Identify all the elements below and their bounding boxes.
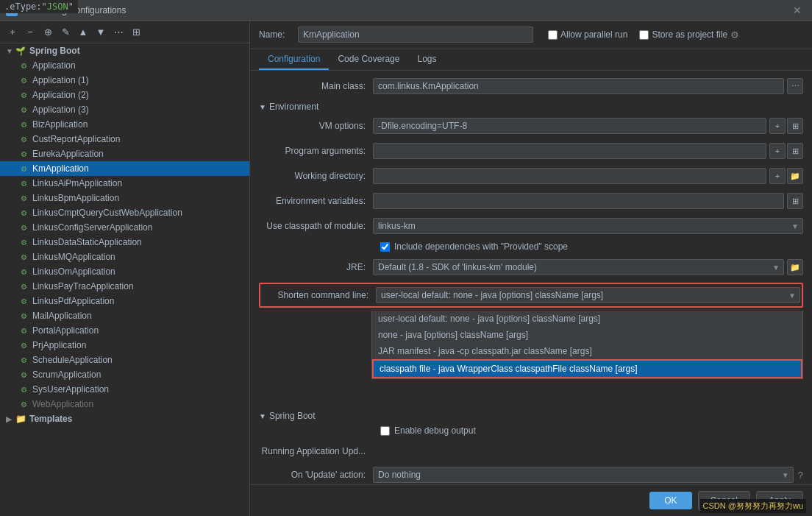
run-config-icon: ⚙ xyxy=(18,325,29,336)
env-variables-browse-button[interactable]: ⊞ xyxy=(787,193,803,209)
shorten-cmd-select[interactable]: user-local default: none - java [options… xyxy=(376,287,800,303)
move-up-button[interactable]: ▲ xyxy=(75,24,91,40)
sidebar-item-bizapplication[interactable]: ⚙ BizApplication xyxy=(0,117,249,132)
on-update-select[interactable]: Do nothing xyxy=(373,467,794,483)
run-config-icon: ⚙ xyxy=(18,236,29,248)
shorten-cmd-dropdown[interactable]: user-local default: none - java [options… xyxy=(371,311,803,379)
tab-code-coverage[interactable]: Code Coverage xyxy=(329,49,408,70)
sidebar-item-linkuspdf[interactable]: ⚙ LinkusPdfApplication xyxy=(0,294,249,308)
on-update-row: On 'Update' action: Do nothing ▼ ? xyxy=(259,467,803,483)
jre-actions: 📁 xyxy=(787,259,803,275)
vm-options-expand-button[interactable]: + xyxy=(769,118,786,134)
run-config-icon: ⚙ xyxy=(18,133,29,145)
dropdown-option-2[interactable]: none - java [options] className [args] xyxy=(372,327,802,343)
sidebar-item-scheduleapplication[interactable]: ⚙ ScheduleApplication xyxy=(0,353,249,367)
sidebar-item-linkusmq[interactable]: ⚙ LinkusMQApplication xyxy=(0,250,249,264)
name-input[interactable] xyxy=(298,26,533,43)
more-options-button[interactable]: ⋯ xyxy=(110,24,127,40)
item-label: SysUserApplication xyxy=(32,384,109,395)
sidebar-item-linkusdatastatic[interactable]: ⚙ LinkusDataStaticApplication xyxy=(0,235,249,250)
store-project-checkbox[interactable] xyxy=(639,30,649,40)
tree-arrow-templates: ▶ xyxy=(6,415,15,423)
add-config-button[interactable]: + xyxy=(4,24,21,40)
include-deps-checkbox[interactable] xyxy=(380,242,390,252)
remove-config-button[interactable]: − xyxy=(22,24,38,40)
tab-configuration[interactable]: Configuration xyxy=(259,49,329,70)
sidebar-item-linkuscmptquery[interactable]: ⚙ LinkusCmptQueryCustWebApplication xyxy=(0,205,249,220)
vm-options-actions: + ⊞ xyxy=(769,118,803,134)
run-config-icon: ⚙ xyxy=(18,354,29,366)
spring-boot-section-header[interactable]: ▼ Spring Boot xyxy=(259,411,803,421)
env-variables-input[interactable] xyxy=(373,193,784,209)
environment-section-header[interactable]: ▼ Environment xyxy=(259,102,803,112)
dropdown-option-4[interactable]: classpath file - java WrapperClass class… xyxy=(372,359,802,378)
main-class-browse-button[interactable]: ⋯ xyxy=(787,78,803,94)
sidebar-group-spring-boot[interactable]: ▼ 🌱 Spring Boot xyxy=(0,43,249,58)
sidebar-item-linkusaipmapplication[interactable]: ⚙ LinkusAiPmApplication xyxy=(0,176,249,191)
sidebar-item-application-1[interactable]: ⚙ Application (1) xyxy=(0,73,249,88)
sidebar-item-linkusbpmapplication[interactable]: ⚙ LinkusBpmApplication xyxy=(0,191,249,205)
include-deps-row: Include dependencies with "Provided" sco… xyxy=(380,241,803,252)
sidebar-tree[interactable]: ▼ 🌱 Spring Boot ⚙ Application ⚙ Applicat… xyxy=(0,43,249,516)
run-config-icon: ⚙ xyxy=(18,148,29,160)
sidebar-group-templates[interactable]: ▶ 📁 Templates xyxy=(0,411,249,426)
run-config-icon: ⚙ xyxy=(18,177,29,189)
sidebar-item-scrumapplication[interactable]: ⚙ ScrumApplication xyxy=(0,367,249,382)
sidebar-item-application-2[interactable]: ⚙ Application (2) xyxy=(0,88,249,102)
working-dir-expand-button[interactable]: + xyxy=(769,168,786,184)
sidebar-item-application[interactable]: ⚙ Application xyxy=(0,58,249,73)
program-args-actions: + ⊞ xyxy=(769,143,803,159)
vm-options-browse-button[interactable]: ⊞ xyxy=(787,118,803,134)
sidebar-item-kmapplication[interactable]: ⚙ KmApplication xyxy=(0,161,249,176)
ok-button[interactable]: OK xyxy=(649,492,691,509)
env-variables-label: Environment variables: xyxy=(259,196,373,206)
run-config-icon: ⚙ xyxy=(18,119,29,130)
jre-row: JRE: Default (1.8 - SDK of 'linkus-km' m… xyxy=(259,258,803,277)
include-deps-label: Include dependencies with "Provided" sco… xyxy=(394,241,568,252)
on-update-help-icon[interactable]: ? xyxy=(798,470,803,481)
program-args-input[interactable] xyxy=(373,143,766,159)
program-args-expand-button[interactable]: + xyxy=(769,143,786,159)
sidebar-item-linkusconfigserver[interactable]: ⚙ LinkusConfigServerApplication xyxy=(0,220,249,235)
working-dir-input[interactable] xyxy=(373,168,766,184)
parallel-run-row: Allow parallel run xyxy=(548,29,627,40)
sidebar-item-portalapplication[interactable]: ⚙ PortalApplication xyxy=(0,323,249,338)
run-config-icon: ⚙ xyxy=(18,398,29,410)
main-class-input[interactable] xyxy=(373,78,784,94)
jre-select[interactable]: Default (1.8 - SDK of 'linkus-km' module… xyxy=(373,259,784,275)
working-dir-browse-button[interactable]: 📁 xyxy=(787,168,803,184)
vm-options-input[interactable] xyxy=(373,118,766,134)
share-button[interactable]: ⊞ xyxy=(128,24,144,40)
sidebar-item-linkuspaytrac[interactable]: ⚙ LinkusPayTracApplication xyxy=(0,279,249,294)
move-down-button[interactable]: ▼ xyxy=(93,24,109,40)
main-class-actions: ⋯ xyxy=(787,78,803,94)
sidebar-item-eurekaapplication[interactable]: ⚙ EurekaApplication xyxy=(0,146,249,161)
sidebar-item-webapplication[interactable]: ⚙ WebApplication xyxy=(0,397,249,411)
dropdown-option-3[interactable]: JAR manifest - java -cp classpath.jar cl… xyxy=(372,343,802,359)
item-label: CustReportApplication xyxy=(32,134,120,144)
store-settings-icon[interactable]: ⚙ xyxy=(730,29,739,40)
sidebar-item-application-3[interactable]: ⚙ Application (3) xyxy=(0,102,249,117)
close-button[interactable]: ✕ xyxy=(788,3,806,18)
sidebar-item-custreportapplication[interactable]: ⚙ CustReportApplication xyxy=(0,132,249,146)
sidebar-item-prjapplication[interactable]: ⚙ PrjApplication xyxy=(0,338,249,353)
allow-parallel-checkbox[interactable] xyxy=(548,30,558,40)
classpath-module-label: Use classpath of module: xyxy=(259,221,373,231)
jre-browse-button[interactable]: 📁 xyxy=(787,259,803,275)
copy-config-button[interactable]: ⊕ xyxy=(40,24,56,40)
tab-logs[interactable]: Logs xyxy=(408,49,445,70)
shorten-cmd-label: Shorten command line: xyxy=(262,290,376,300)
program-args-browse-button[interactable]: ⊞ xyxy=(787,143,803,159)
working-dir-row: Working directory: + 📁 xyxy=(259,166,803,185)
shorten-cmd-select-wrap: user-local default: none - java [options… xyxy=(376,287,800,303)
enable-debug-checkbox[interactable] xyxy=(380,426,390,436)
running-app-update-label: Running Application Upd... xyxy=(259,446,373,456)
edit-config-button[interactable]: ✎ xyxy=(57,24,74,40)
sidebar-item-linkusom[interactable]: ⚙ LinkusOmApplication xyxy=(0,264,249,279)
dropdown-option-1[interactable]: user-local default: none - java [options… xyxy=(372,311,802,327)
sidebar-item-sysuserapplication[interactable]: ⚙ SysUserApplication xyxy=(0,382,249,397)
sidebar-item-mailapplication[interactable]: ⚙ MailApplication xyxy=(0,308,249,323)
environment-label: Environment xyxy=(269,102,318,112)
classpath-module-select[interactable]: linkus-km xyxy=(373,218,803,234)
running-app-update-row: Running Application Upd... xyxy=(259,442,803,461)
